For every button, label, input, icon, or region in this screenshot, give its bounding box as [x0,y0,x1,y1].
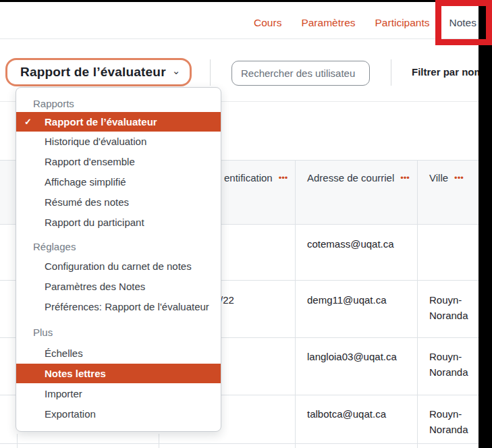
table-column-border [417,160,418,448]
menu-item-historique-evaluation[interactable]: Historique d'évaluation [16,132,221,152]
menu-section-plus: Plus [16,323,221,343]
menu-section-reglages: Réglages [16,236,221,256]
table-cell-city: Rouyn-Noranda [429,349,479,380]
column-menu-icon[interactable]: ••• [454,173,464,183]
menu-item-notes-lettres[interactable]: Notes lettres [16,364,221,383]
column-header-city: Ville••• [429,172,464,184]
course-nav: Cours Paramètres Participants Notes [0,0,492,39]
menu-item-rapport-ensemble[interactable]: Rapport d'ensemble [16,152,221,172]
search-users-input[interactable] [231,61,370,86]
table-cell-city: Rouyn-Noranda [429,406,479,437]
column-menu-icon[interactable]: ••• [400,173,410,183]
toolbar-divider-1 [210,59,211,86]
table-column-border [295,160,296,448]
column-header-label: Adresse de courriel [307,172,394,184]
column-menu-icon[interactable]: ••• [279,173,288,183]
table-cell-email: langloia03@uqat.ca [307,349,397,364]
menu-item-rapport-participant[interactable]: Rapport du participant [16,212,221,232]
right-edge-black-strip [479,0,492,448]
menu-item-echelles[interactable]: Échelles [16,343,221,364]
menu-item-parametres-notes[interactable]: Paramètres des Notes [16,277,221,297]
top-edge-black-line [0,0,492,2]
column-header-email: Adresse de courriel••• [307,172,410,184]
menu-item-exportation[interactable]: Exportation [16,403,221,424]
table-cell-email: talbotca@uqat.ca [307,406,386,422]
table-column-border-fragment [159,434,159,448]
menu-section-rapports: Rapports [16,96,221,112]
checkmark-icon: ✓ [24,117,45,127]
nav-item-cours[interactable]: Cours [254,17,281,29]
chevron-down-icon: ⌄ [172,65,181,77]
nav-item-parametres[interactable]: Paramètres [301,17,355,29]
menu-item-configuration-carnet[interactable]: Configuration du carnet de notes [16,256,221,277]
toolbar-divider-2 [391,59,391,86]
table-cell-city: Rouyn-Noranda [429,292,479,323]
table-row-border [0,443,479,444]
menu-item-rapport-evaluateur[interactable]: ✓ Rapport de l’évaluateur [16,112,221,132]
column-header-label: Ville [429,172,448,184]
table-column-border-fragment [17,434,18,448]
menu-item-affichage-simplifie[interactable]: Affichage simplifié [16,172,221,192]
nav-item-participants[interactable]: Participants [375,17,430,29]
column-header-identification: entification••• [224,172,288,184]
report-selector-dropdown[interactable]: Rapport de l’évaluateur ⌄ [5,58,192,86]
filter-by-name-label[interactable]: Filtrer par nom [412,66,483,78]
table-cell-id-fragment: /22 [220,292,234,308]
column-header-label: entification [224,172,273,184]
menu-item-importer[interactable]: Importer [16,383,221,403]
table-cell-email: demg11@uqat.ca [307,292,387,308]
menu-item-label: Rapport de l’évaluateur [45,116,157,128]
report-selector-label: Rapport de l’évaluateur [20,65,166,80]
report-dropdown-menu: Rapports ✓ Rapport de l’évaluateur Histo… [16,87,221,432]
table-cell-email: cotemass@uqat.ca [307,236,394,252]
menu-item-preferences-rapport[interactable]: Préférences: Rapport de l'évaluateur [16,297,221,317]
notes-annotation-box [435,0,492,45]
menu-item-resume-notes[interactable]: Résumé des notes [16,192,221,212]
